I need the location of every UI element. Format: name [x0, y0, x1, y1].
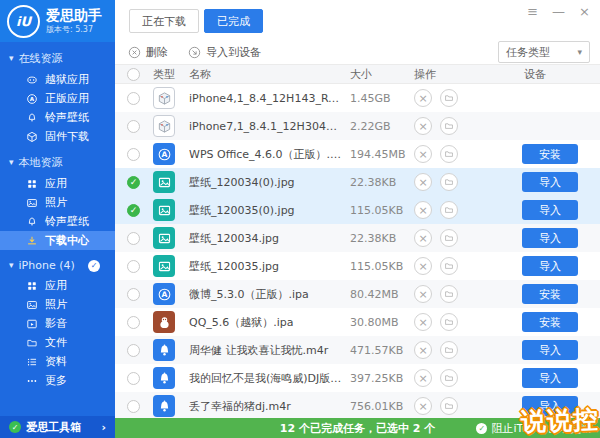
sidebar-item-toolbox[interactable]: ✓ 爱思工具箱 ›: [0, 416, 115, 438]
delete-task-button[interactable]: ×: [414, 397, 432, 415]
device-action-button[interactable]: 导入: [522, 200, 578, 220]
delete-task-button[interactable]: ×: [414, 369, 432, 387]
row-checkbox[interactable]: [127, 148, 140, 161]
tab-completed[interactable]: 已完成: [204, 9, 263, 33]
file-name: 壁纸_120035(0).jpg: [189, 203, 350, 218]
table-row[interactable]: 壁纸_120034.jpg 22.38KB × 导入: [115, 224, 600, 252]
delete-task-button[interactable]: ×: [414, 257, 432, 275]
file-size: 397.25KB: [350, 372, 414, 385]
table-row[interactable]: QQ_5.6（越狱）.ipa 30.80MB × 安装: [115, 308, 600, 336]
device-action-button[interactable]: 导入: [522, 256, 578, 276]
sidebar-item-local-ringtone-wallpaper[interactable]: 铃声壁纸: [0, 212, 115, 231]
row-checkbox[interactable]: [127, 344, 140, 357]
sidebar-item-iphone-files[interactable]: 文件: [0, 333, 115, 352]
delete-task-button[interactable]: ×: [414, 285, 432, 303]
sidebar-item-iphone-data[interactable]: 资料: [0, 352, 115, 371]
open-folder-button[interactable]: [440, 229, 458, 247]
sidebar-item-jailbreak-apps[interactable]: 越狱应用: [0, 70, 115, 89]
sidebar-item-label: 下载中心: [45, 233, 89, 248]
minimize-icon[interactable]: —: [552, 5, 565, 18]
open-folder-button[interactable]: [440, 201, 458, 219]
delete-task-button[interactable]: ×: [414, 313, 432, 331]
delete-button[interactable]: 删除: [128, 45, 168, 60]
menu-icon[interactable]: ≡: [527, 5, 538, 18]
row-checkbox[interactable]: [127, 288, 140, 301]
chevron-down-icon: ▾: [9, 261, 14, 270]
device-action-button[interactable]: 导入: [522, 340, 578, 360]
sidebar-item-local-photos[interactable]: 照片: [0, 193, 115, 212]
table-row[interactable]: 周华健 让我欢喜让我忧.m4r 471.57KB × 导入: [115, 336, 600, 364]
delete-task-button[interactable]: ×: [414, 201, 432, 219]
delete-task-button[interactable]: ×: [414, 229, 432, 247]
open-folder-button[interactable]: [440, 285, 458, 303]
sidebar-item-ringtone-wallpaper[interactable]: 铃声壁纸: [0, 108, 115, 127]
sidebar-item-iphone-photos[interactable]: 照片: [0, 295, 115, 314]
table-row[interactable]: WPS Office_4.6.0（正版）.ipa 194.45MB × 安装: [115, 140, 600, 168]
device-action-button[interactable]: 导入: [522, 172, 578, 192]
file-type-icon: [153, 227, 175, 249]
row-checkbox[interactable]: [127, 92, 140, 105]
sidebar-item-iphone-apps[interactable]: 应用: [0, 276, 115, 295]
device-action-button[interactable]: 安装: [522, 312, 578, 332]
section-title: iPhone (4): [19, 259, 75, 272]
table-row[interactable]: 壁纸_120035(0).jpg 115.05KB × 导入: [115, 196, 600, 224]
table-row[interactable]: iPhone7,1_8.4.1_12H304_Restore.ipsw 2.22…: [115, 112, 600, 140]
delete-task-button[interactable]: ×: [414, 341, 432, 359]
media-icon: [26, 318, 38, 330]
table-row[interactable]: 壁纸_120035.jpg 115.05KB × 导入: [115, 252, 600, 280]
import-to-device-button[interactable]: 导入到设备: [188, 45, 261, 60]
open-folder-button[interactable]: [440, 397, 458, 415]
row-checkbox[interactable]: [127, 400, 140, 413]
delete-task-button[interactable]: ×: [414, 117, 432, 135]
section-online-resources[interactable]: ▾ 在线资源: [0, 42, 115, 70]
device-action-button[interactable]: 安装: [522, 284, 578, 304]
open-folder-button[interactable]: [440, 313, 458, 331]
section-local-resources[interactable]: ▾ 本地资源: [0, 146, 115, 174]
open-folder-button[interactable]: [440, 173, 458, 191]
device-action-button[interactable]: 导入: [522, 368, 578, 388]
open-folder-button[interactable]: [440, 145, 458, 163]
file-name: QQ_5.6（越狱）.ipa: [189, 315, 350, 330]
sidebar-item-iphone-media[interactable]: 影音: [0, 314, 115, 333]
file-size: 2.22GB: [350, 120, 414, 133]
sidebar-item-local-apps[interactable]: 应用: [0, 174, 115, 193]
table-row[interactable]: 我的回忆不是我(海鸣威)DJ版.m4r 397.25KB × 导入: [115, 364, 600, 392]
table-row[interactable]: 微博_5.3.0（正版）.ipa 80.42MB × 安装: [115, 280, 600, 308]
table-row[interactable]: 壁纸_120034(0).jpg 22.38KB × 导入: [115, 168, 600, 196]
open-folder-button[interactable]: [440, 257, 458, 275]
row-checkbox[interactable]: [127, 176, 140, 189]
sidebar-item-firmware-download[interactable]: 固件下载: [0, 127, 115, 146]
sidebar-item-genuine-apps[interactable]: A 正版应用: [0, 89, 115, 108]
download-icon: [26, 235, 38, 247]
delete-task-button[interactable]: ×: [414, 89, 432, 107]
select-all-checkbox[interactable]: [127, 68, 140, 81]
device-action-button[interactable]: 安装: [522, 144, 578, 164]
check-circle-icon: ✓: [476, 423, 487, 434]
close-icon[interactable]: ×: [579, 5, 590, 18]
open-folder-button[interactable]: [440, 117, 458, 135]
open-folder-button[interactable]: [440, 369, 458, 387]
row-checkbox[interactable]: [127, 120, 140, 133]
open-folder-button[interactable]: [440, 89, 458, 107]
sidebar-item-download-center[interactable]: 下载中心: [0, 231, 115, 250]
tab-downloading[interactable]: 正在下载: [129, 9, 199, 33]
column-header-name: 名称: [189, 67, 350, 82]
row-checkbox[interactable]: [127, 260, 140, 273]
open-folder-button[interactable]: [440, 341, 458, 359]
delete-task-button[interactable]: ×: [414, 145, 432, 163]
table-row[interactable]: iPhone4,1_8.4_12H143_Restore.ipsw 1.45GB…: [115, 84, 600, 112]
task-type-dropdown[interactable]: 任务类型 ▾: [498, 41, 590, 63]
section-iphone[interactable]: ▾ iPhone (4) ✓: [0, 250, 115, 276]
row-checkbox[interactable]: [127, 316, 140, 329]
row-checkbox[interactable]: [127, 372, 140, 385]
sidebar-item-iphone-more[interactable]: 更多: [0, 371, 115, 390]
column-header-type: 类型: [153, 67, 189, 82]
sidebar-item-label: 越狱应用: [45, 72, 89, 87]
row-checkbox[interactable]: [127, 232, 140, 245]
topbar: 正在下载 已完成 ≡ — ×: [115, 0, 600, 40]
row-checkbox[interactable]: [127, 204, 140, 217]
device-action-button[interactable]: 导入: [522, 228, 578, 248]
aisi-assistant-window: iU 爱思助手 版本号: 5.37 ▾ 在线资源 越狱应用 A 正版应用 铃声壁…: [0, 0, 600, 438]
delete-task-button[interactable]: ×: [414, 173, 432, 191]
chevron-down-icon: ▾: [9, 158, 14, 167]
